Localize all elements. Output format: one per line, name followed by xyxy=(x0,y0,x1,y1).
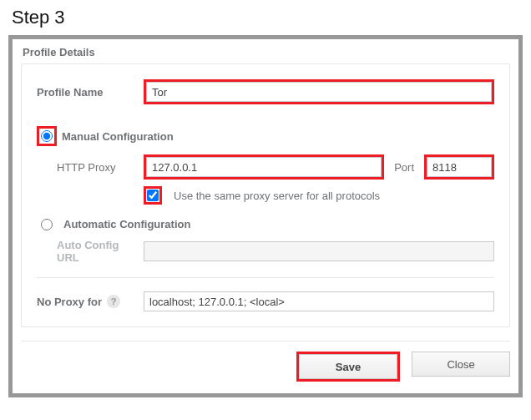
profile-name-label: Profile Name xyxy=(37,86,103,99)
auto-config-label: Automatic Configuration xyxy=(63,218,190,230)
profile-panel: Profile Name Manual Configuration HTTP P… xyxy=(21,63,510,327)
divider xyxy=(37,277,494,278)
manual-config-radio[interactable] xyxy=(41,130,53,142)
step-heading: Step 3 xyxy=(0,0,531,32)
auto-config-radio[interactable] xyxy=(41,219,53,230)
port-input[interactable] xyxy=(427,157,492,177)
no-proxy-label: No Proxy for xyxy=(37,296,102,308)
no-proxy-row: No Proxy for ? xyxy=(37,291,494,311)
save-button-highlight: Save xyxy=(296,352,400,382)
manual-config-label: Manual Configuration xyxy=(62,130,174,143)
manual-config-row: Manual Configuration xyxy=(37,126,494,146)
http-proxy-row: HTTP Proxy Port xyxy=(37,154,494,180)
manual-config-radio-highlight xyxy=(37,126,57,146)
close-button[interactable]: Close xyxy=(412,352,510,377)
auto-config-row: Automatic Configuration xyxy=(37,218,494,230)
group-title: Profile Details xyxy=(21,46,510,63)
profile-dialog: Profile Details Profile Name Manual Conf… xyxy=(8,35,523,397)
profile-name-row: Profile Name xyxy=(37,79,494,104)
same-proxy-checkbox-highlight xyxy=(144,186,162,205)
save-button[interactable]: Save xyxy=(299,354,397,379)
auto-url-label: Auto Config URL xyxy=(57,239,135,264)
dialog-footer: Save Close xyxy=(21,341,510,382)
port-label: Port xyxy=(392,161,416,174)
profile-name-input[interactable] xyxy=(146,82,492,102)
auto-url-input xyxy=(144,241,494,261)
no-proxy-input[interactable] xyxy=(144,291,494,311)
same-proxy-label: Use the same proxy server for all protoc… xyxy=(174,190,380,202)
http-proxy-input[interactable] xyxy=(146,157,382,177)
same-proxy-row: Use the same proxy server for all protoc… xyxy=(37,186,494,205)
same-proxy-checkbox[interactable] xyxy=(147,190,159,201)
auto-url-row: Auto Config URL xyxy=(37,239,494,264)
help-icon[interactable]: ? xyxy=(107,295,120,308)
http-proxy-label: HTTP Proxy xyxy=(57,161,116,174)
